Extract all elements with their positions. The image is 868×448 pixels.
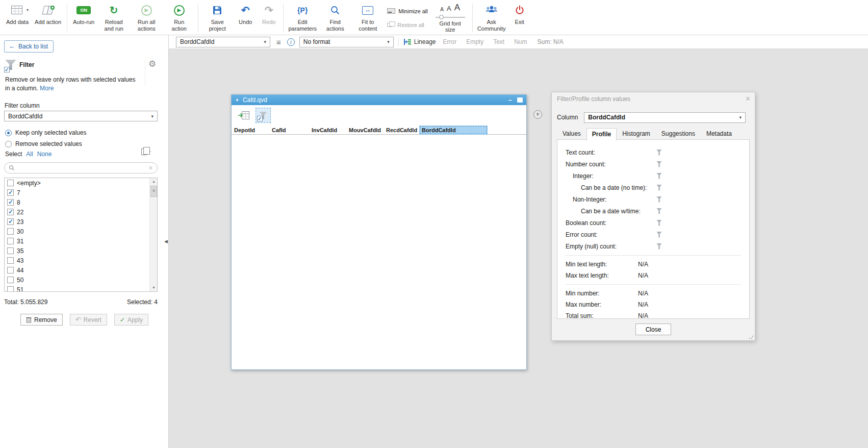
- edit-parameters-button[interactable]: {P} Edit parameters: [286, 2, 319, 34]
- value-search-box[interactable]: ✕: [4, 162, 158, 173]
- scrollbar-thumb[interactable]: [150, 186, 157, 197]
- tab-histogram[interactable]: Histogram: [617, 128, 656, 140]
- select-all-link[interactable]: All: [26, 151, 33, 158]
- clipboard-selection-button[interactable]: ▾: [141, 148, 150, 155]
- filter-funnel-icon[interactable]: [656, 173, 662, 179]
- checkbox[interactable]: [7, 209, 14, 215]
- sidebar-collapse-icon[interactable]: ◀: [164, 239, 168, 244]
- clear-search-icon[interactable]: ✕: [148, 165, 153, 171]
- table-body-empty[interactable]: [232, 135, 526, 369]
- column-header[interactable]: RecdCafdId: [384, 126, 419, 135]
- fit-to-content-button[interactable]: ↔ Fit to content: [351, 2, 384, 34]
- list-item[interactable]: 30: [5, 227, 157, 236]
- slider-thumb[interactable]: [439, 15, 444, 19]
- checkbox[interactable]: [7, 267, 14, 273]
- auto-run-toggle[interactable]: ON Auto-run: [70, 2, 97, 34]
- filter-funnel-icon[interactable]: [656, 220, 662, 226]
- profile-panel[interactable]: Filter/Profile column values ✕ Column Bo…: [551, 92, 755, 341]
- panel-close-button[interactable]: Close: [635, 323, 671, 335]
- filter-funnel-icon[interactable]: [656, 185, 662, 191]
- value-list-scrollbar[interactable]: ▲ ▼: [149, 178, 157, 291]
- format-selector-dropdown[interactable]: No format ▾: [299, 37, 394, 47]
- checkbox[interactable]: [7, 257, 14, 264]
- lineage-button[interactable]: Lineage: [403, 38, 436, 45]
- checkbox[interactable]: [7, 180, 14, 186]
- num-filter-button[interactable]: Num: [512, 38, 529, 45]
- scroll-up-icon[interactable]: ▲: [150, 178, 158, 185]
- panel-close-icon[interactable]: ✕: [745, 95, 751, 103]
- filter-column-dropdown[interactable]: BorddCafdId ▾: [4, 111, 158, 121]
- column-header[interactable]: InvCafdId: [309, 126, 346, 135]
- window-minimize-button[interactable]: –: [508, 97, 512, 103]
- error-filter-button[interactable]: Error: [440, 38, 459, 45]
- tab-metadata[interactable]: Metadata: [701, 128, 737, 140]
- list-item[interactable]: 51: [5, 285, 157, 292]
- grid-font-size-slider[interactable]: [436, 15, 465, 19]
- list-item[interactable]: 43: [5, 256, 157, 265]
- panel-column-dropdown[interactable]: BorddCafdId ▾: [584, 112, 746, 123]
- list-item[interactable]: 7: [5, 188, 157, 197]
- tab-suggestions[interactable]: Suggestions: [656, 128, 701, 140]
- window-caret-icon[interactable]: ▼: [235, 98, 239, 103]
- tab-values[interactable]: Values: [557, 128, 586, 140]
- empty-filter-button[interactable]: Empty: [464, 38, 486, 45]
- list-view-icon[interactable]: ≡: [275, 38, 283, 46]
- filter-funnel-icon[interactable]: [656, 208, 662, 214]
- filter-action-button[interactable]: ✓: [256, 108, 271, 123]
- filter-funnel-icon[interactable]: [656, 196, 662, 203]
- back-to-list-button[interactable]: ← Back to list: [4, 40, 54, 53]
- undo-button[interactable]: ↶ Undo: [234, 2, 257, 34]
- add-data-button[interactable]: ▾ Add data: [3, 2, 32, 34]
- filter-funnel-icon[interactable]: [656, 150, 662, 156]
- checkbox[interactable]: [7, 238, 14, 244]
- list-item[interactable]: 31: [5, 236, 157, 246]
- filter-action-checkbox[interactable]: ✓: [257, 116, 263, 121]
- column-selector-dropdown[interactable]: BorddCafdId ▾: [176, 37, 270, 47]
- add-action-button[interactable]: Add action: [32, 2, 64, 34]
- table-window[interactable]: ▼ Cafd.qvd – ✓ DepotId CafId InvCafdId M…: [231, 94, 527, 370]
- apply-button[interactable]: ✓ Apply: [114, 314, 148, 326]
- redo-button[interactable]: ↷ Redo: [257, 2, 280, 34]
- checkbox[interactable]: [7, 189, 14, 196]
- filter-funnel-icon[interactable]: [656, 161, 662, 167]
- checkbox[interactable]: [7, 247, 14, 254]
- select-none-link[interactable]: None: [37, 151, 52, 158]
- filter-funnel-icon[interactable]: [656, 232, 662, 238]
- column-header[interactable]: CafId: [269, 126, 309, 135]
- list-item[interactable]: 23: [5, 217, 157, 227]
- scroll-down-icon[interactable]: ▼: [150, 284, 158, 291]
- minimize-all-button[interactable]: Minimize all: [387, 4, 427, 18]
- checkbox[interactable]: [7, 199, 14, 206]
- column-header[interactable]: MouvCafdId: [346, 126, 384, 135]
- reload-and-run-button[interactable]: ↻ Reload and run: [97, 2, 130, 34]
- filter-funnel-icon[interactable]: [656, 243, 662, 250]
- list-item[interactable]: 22: [5, 207, 157, 217]
- radio-icon[interactable]: [5, 141, 12, 147]
- revert-button[interactable]: ↶ Revert: [70, 314, 107, 326]
- import-table-action-button[interactable]: [236, 108, 251, 123]
- column-header[interactable]: DepotId: [232, 126, 269, 135]
- list-item[interactable]: <empty>: [5, 178, 157, 188]
- list-item[interactable]: 44: [5, 265, 157, 275]
- ask-community-button[interactable]: Ask Community: [475, 2, 508, 34]
- project-canvas[interactable]: ▼ Cafd.qvd – ✓ DepotId CafId InvCafdId M…: [169, 49, 868, 448]
- restore-all-button[interactable]: Restore all: [387, 18, 427, 32]
- info-icon[interactable]: i: [287, 38, 295, 46]
- find-actions-button[interactable]: Find actions: [319, 2, 351, 34]
- run-action-button[interactable]: ▶ Run action: [163, 2, 195, 34]
- add-data-caret-icon[interactable]: ▾: [27, 8, 29, 12]
- keep-values-radio[interactable]: Keep only selected values: [5, 129, 86, 136]
- save-project-button[interactable]: Save project: [201, 2, 234, 34]
- add-connector-button[interactable]: +: [533, 110, 542, 119]
- column-header-selected[interactable]: BorddCafdId: [419, 126, 488, 135]
- table-window-titlebar[interactable]: ▼ Cafd.qvd –: [232, 95, 526, 105]
- checkbox[interactable]: [7, 218, 14, 225]
- more-link[interactable]: More: [40, 85, 54, 92]
- text-filter-button[interactable]: Text: [491, 38, 507, 45]
- resize-grip[interactable]: [749, 334, 754, 339]
- remove-values-radio[interactable]: Remove selected values: [5, 140, 82, 147]
- gear-icon[interactable]: ⚙: [148, 59, 156, 69]
- checkbox[interactable]: [7, 277, 14, 283]
- exit-button[interactable]: Exit: [508, 2, 531, 34]
- search-input[interactable]: [18, 164, 145, 171]
